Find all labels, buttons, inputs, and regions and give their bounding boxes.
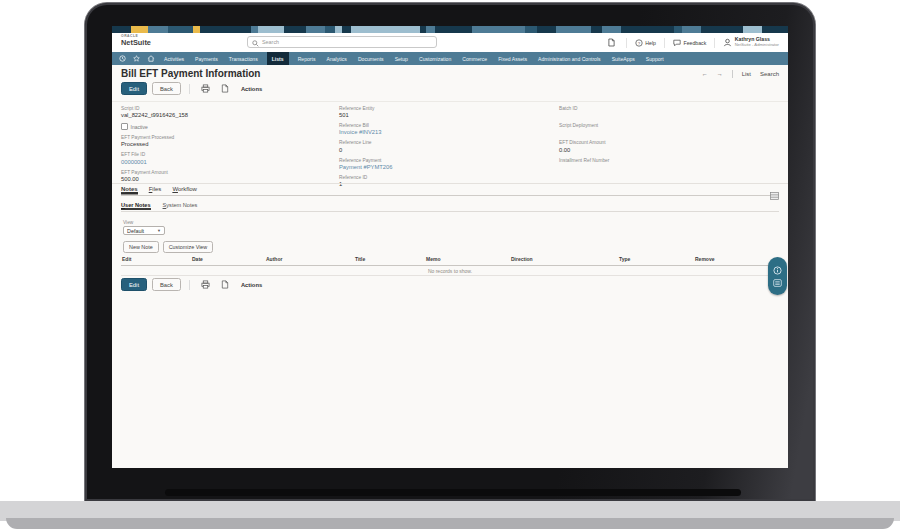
global-search-input[interactable]: Search xyxy=(247,36,437,48)
customize-view-button[interactable]: Customize View xyxy=(163,241,214,253)
field-value xyxy=(559,112,769,119)
nav-item-lists[interactable]: Lists xyxy=(267,52,289,65)
field-label: Reference Line xyxy=(339,140,549,145)
field-column-3: Batch IDScript DeploymentEFT Discount Am… xyxy=(559,106,769,175)
field-reference-payment: Reference PaymentPayment #PYMT206 xyxy=(339,158,549,171)
nav-item-administration-and-controls[interactable]: Administration and Controls xyxy=(536,52,603,65)
nav-item-activities[interactable]: Activities xyxy=(162,52,186,65)
list-menu-icon xyxy=(773,279,782,287)
mosaic-tile xyxy=(727,26,743,33)
field-installment-ref-number: Installment Ref Number xyxy=(559,158,769,171)
shortcuts-star-icon[interactable] xyxy=(133,55,140,62)
field-label: Reference Entity xyxy=(339,106,549,111)
nav-item-commerce[interactable]: Commerce xyxy=(460,52,489,65)
assistant-widget[interactable] xyxy=(768,257,787,295)
help-button[interactable]: ? Help xyxy=(635,39,656,47)
mosaic-tile xyxy=(284,26,306,33)
view-select[interactable]: Default ▼ xyxy=(123,226,165,235)
back-button[interactable]: Back xyxy=(152,278,181,291)
save-pdf-icon[interactable] xyxy=(218,280,232,289)
field-reference-bill: Reference BillInvoice #INV213 xyxy=(339,123,549,136)
next-record-button[interactable]: → xyxy=(717,71,723,77)
divider xyxy=(626,38,627,48)
back-button[interactable]: Back xyxy=(152,82,181,95)
divider xyxy=(664,38,665,48)
divider xyxy=(732,70,733,78)
field-value-link[interactable]: Invoice #INV213 xyxy=(339,129,549,136)
field-value-link[interactable]: Payment #PYMT206 xyxy=(339,164,549,171)
nav-item-documents[interactable]: Documents xyxy=(356,52,386,65)
nav-item-transactions[interactable]: Transactions xyxy=(227,52,260,65)
save-pdf-icon[interactable] xyxy=(218,84,232,93)
actions-menu[interactable]: Actions xyxy=(241,86,262,92)
mosaic-tile xyxy=(148,26,168,33)
field-value: Processed xyxy=(121,141,331,148)
info-icon xyxy=(773,266,782,275)
laptop-bezel: ORACLE NetSuite Search ? Hel xyxy=(85,3,815,501)
mosaic-tile xyxy=(342,26,351,33)
mosaic-tile xyxy=(237,26,251,33)
edit-button[interactable]: Edit xyxy=(121,82,147,95)
edit-button[interactable]: Edit xyxy=(121,278,147,291)
search-link[interactable]: Search xyxy=(760,71,779,77)
feedback-button[interactable]: Feedback xyxy=(673,39,706,47)
tab-files[interactable]: Files xyxy=(149,186,162,192)
user-menu[interactable]: Kathryn Glass NetSuite - Administrator xyxy=(723,37,779,48)
field-eft-payment-processed: EFT Payment ProcessedProcessed xyxy=(121,135,331,148)
actions-menu[interactable]: Actions xyxy=(241,282,262,288)
previous-record-button[interactable]: ← xyxy=(702,71,708,77)
mosaic-tile xyxy=(507,26,525,33)
quick-add-document-icon[interactable] xyxy=(605,38,618,47)
nav-item-suiteapps[interactable]: SuiteApps xyxy=(610,52,637,65)
mosaic-tile xyxy=(449,26,472,33)
field-script-deployment: Script Deployment xyxy=(559,123,769,136)
print-icon[interactable] xyxy=(198,280,213,289)
search-placeholder: Search xyxy=(262,39,279,45)
mosaic-tile xyxy=(372,26,396,33)
nav-item-setup[interactable]: Setup xyxy=(393,52,410,65)
field-label: EFT Payment Amount xyxy=(121,170,331,175)
netsuite-logo[interactable]: ORACLE NetSuite xyxy=(121,35,151,47)
help-icon: ? xyxy=(635,39,643,47)
notes-table-empty-row: No records to show. xyxy=(121,266,779,276)
mosaic-tile xyxy=(426,26,435,33)
chevron-down-icon: ▼ xyxy=(157,228,161,233)
nav-item-analytics[interactable]: Analytics xyxy=(324,52,348,65)
laptop-mockup: ORACLE NetSuite Search ? Hel xyxy=(0,0,900,529)
mosaic-tile xyxy=(637,26,652,33)
feedback-icon xyxy=(673,39,681,47)
nav-item-customization[interactable]: Customization xyxy=(417,52,453,65)
nav-item-reports[interactable]: Reports xyxy=(296,52,318,65)
column-header-memo: Memo xyxy=(426,256,440,262)
checkbox[interactable] xyxy=(121,123,128,130)
field-value-link[interactable]: 00000001 xyxy=(121,159,331,166)
mosaic-tile xyxy=(591,26,602,33)
tab-workflow[interactable]: Workflow xyxy=(172,186,197,192)
mosaic-tile xyxy=(210,26,237,33)
mosaic-tile xyxy=(251,26,258,33)
netsuite-wordmark: NetSuite xyxy=(121,39,151,46)
notes-table-header: EditDateAuthorTitleMemoDirectionTypeRemo… xyxy=(121,256,779,266)
mosaic-tile xyxy=(351,26,372,33)
field-label: EFT File ID xyxy=(121,152,331,157)
nav-item-support[interactable]: Support xyxy=(644,52,666,65)
print-icon[interactable] xyxy=(198,84,213,93)
new-note-button[interactable]: New Note xyxy=(123,241,159,253)
subtab-user-notes[interactable]: User Notes xyxy=(121,202,151,208)
mosaic-tile xyxy=(306,26,325,33)
nav-item-fixed-assets[interactable]: Fixed Assets xyxy=(496,52,529,65)
svg-text:?: ? xyxy=(638,40,641,45)
home-icon[interactable] xyxy=(147,55,155,62)
mosaic-tile xyxy=(168,26,193,33)
field-label: Script ID xyxy=(121,106,331,111)
list-link[interactable]: List xyxy=(742,71,751,77)
divider xyxy=(112,101,788,102)
nav-item-payments[interactable]: Payments xyxy=(193,52,220,65)
field-label: EFT Payment Processed xyxy=(121,135,331,140)
tab-notes[interactable]: Notes xyxy=(121,186,138,192)
laptop-base-bottom xyxy=(6,518,894,529)
mosaic-tile xyxy=(435,26,449,33)
subtab-system-notes[interactable]: System Notes xyxy=(163,202,198,208)
header-utilities: ? Help Feedback Kathryn Glass NetSuite -… xyxy=(605,35,779,50)
recent-records-icon[interactable] xyxy=(119,55,126,62)
